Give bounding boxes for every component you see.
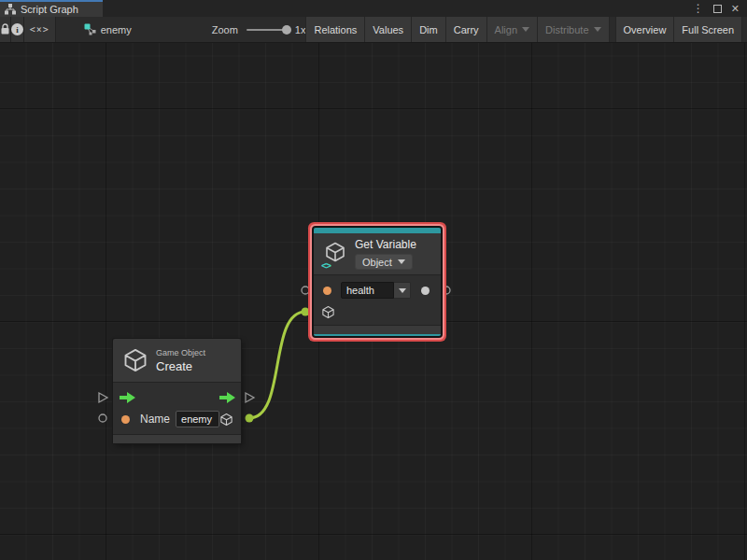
- overview-button[interactable]: Overview: [615, 17, 675, 42]
- create-node-header[interactable]: Game Object Create: [113, 339, 241, 382]
- connection-wire[interactable]: [249, 312, 305, 418]
- variable-angle-icon: <>: [321, 260, 331, 271]
- gameobject-cube-icon: [122, 347, 148, 373]
- get-variable-header[interactable]: <> Get Variable Object: [314, 233, 441, 274]
- distribute-label: Distribute: [545, 24, 588, 35]
- lock-icon: [0, 23, 10, 35]
- gameobject-output-cube-icon[interactable]: [219, 413, 233, 427]
- get-variable-node[interactable]: <> Get Variable Object health: [314, 228, 441, 336]
- name-value-field[interactable]: enemy: [176, 411, 219, 427]
- value-input-dot[interactable]: [323, 287, 331, 295]
- zoom-value: 1x: [295, 24, 306, 35]
- create-node-body: Name enemy: [113, 382, 241, 434]
- chevron-down-icon: [398, 259, 405, 264]
- scope-label: Object: [362, 257, 392, 268]
- name-input-dot[interactable]: [121, 415, 130, 424]
- zoom-slider[interactable]: [247, 29, 288, 31]
- chevron-down-icon: [399, 288, 406, 293]
- wire-end-dot[interactable]: [302, 308, 310, 316]
- align-label: Align: [495, 24, 517, 35]
- create-game-object-node[interactable]: Game Object Create Name enemy: [113, 339, 241, 443]
- node-footer: [113, 434, 241, 443]
- toolbar-buttons: Relations Values Dim Carry Align Distrib…: [305, 17, 742, 42]
- align-button[interactable]: Align: [487, 17, 538, 42]
- values-button[interactable]: Values: [365, 17, 412, 42]
- chevron-down-icon: [522, 27, 529, 32]
- node-footer: [314, 325, 441, 334]
- maximize-icon[interactable]: [713, 5, 722, 13]
- variable-name-port[interactable]: [302, 287, 309, 294]
- variable-scope-dropdown[interactable]: Object: [355, 254, 413, 270]
- info-icon: i: [11, 23, 23, 35]
- window-controls: ⋮ ✕: [693, 0, 747, 17]
- variable-accent-bottom: [314, 334, 441, 336]
- graph-icon: [84, 23, 96, 35]
- zoom-label: Zoom: [212, 24, 238, 35]
- get-variable-body: health: [314, 274, 441, 325]
- node-title: Create: [156, 359, 205, 373]
- info-button[interactable]: i: [11, 17, 24, 42]
- gameobject-cube-icon: <>: [323, 241, 347, 267]
- variable-name-field[interactable]: health: [341, 282, 394, 299]
- edit-graph-button[interactable]: <×>: [24, 17, 56, 42]
- code-icon: <×>: [30, 24, 49, 35]
- graph-breadcrumb: enemy Zoom 1x: [56, 17, 306, 42]
- name-port-label: Name: [140, 413, 170, 426]
- fullscreen-button[interactable]: Full Screen: [674, 17, 742, 42]
- graph-name[interactable]: enemy: [101, 24, 132, 35]
- lock-button[interactable]: [0, 17, 11, 42]
- value-output-port[interactable]: [443, 287, 450, 294]
- hierarchy-icon: [5, 4, 16, 15]
- distribute-button[interactable]: Distribute: [538, 17, 609, 42]
- carry-button[interactable]: Carry: [446, 17, 487, 42]
- chevron-down-icon: [594, 27, 601, 32]
- name-input-port[interactable]: [99, 414, 106, 422]
- window-menu-icon[interactable]: ⋮: [693, 3, 704, 14]
- node-subtitle: Game Object: [156, 348, 205, 357]
- variable-name-dropdown[interactable]: [394, 282, 411, 299]
- object-port-cube-icon[interactable]: [321, 305, 335, 319]
- wire-start-dot[interactable]: [246, 414, 254, 423]
- zoom-slider-handle[interactable]: [282, 25, 291, 35]
- graph-toolbar: i <×> enemy Zoom 1x Relations Values Dim…: [0, 17, 747, 43]
- close-icon[interactable]: ✕: [731, 4, 740, 14]
- relations-button[interactable]: Relations: [305, 17, 365, 42]
- tab-bar: Script Graph ⋮ ✕: [0, 0, 747, 17]
- node-title: Get Variable: [355, 238, 416, 251]
- flow-in-arrow-icon[interactable]: [120, 392, 135, 403]
- script-graph-window: Script Graph ⋮ ✕ i <×>: [0, 0, 747, 560]
- flow-input-port[interactable]: [99, 393, 107, 402]
- value-output-dot[interactable]: [421, 287, 430, 295]
- graph-canvas[interactable]: <> Get Variable Object health: [0, 43, 747, 560]
- flow-output-port[interactable]: [246, 393, 254, 402]
- flow-out-arrow-icon[interactable]: [219, 392, 235, 403]
- dim-button[interactable]: Dim: [412, 17, 446, 42]
- tab-script-graph[interactable]: Script Graph: [0, 0, 103, 17]
- tab-title: Script Graph: [21, 4, 78, 15]
